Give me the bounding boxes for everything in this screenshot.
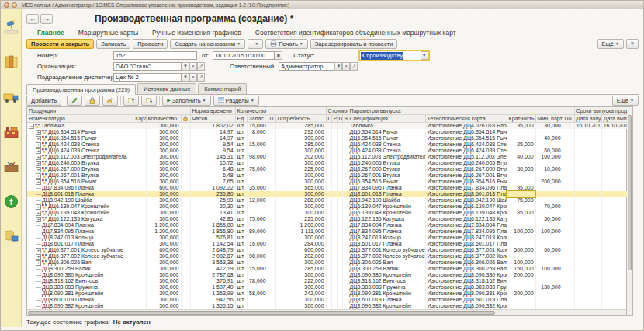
cell-p[interactable] [268,160,275,166]
table-row[interactable]: +ДЦ6.267.000 Втулка300,0006,48шт75,00022… [27,166,627,172]
cell-spec[interactable]: ДЦ8.942.190 Шайба [348,197,425,204]
cell-po[interactable] [563,129,574,135]
cell-release[interactable] [601,297,627,303]
column-header[interactable]: Р... [331,114,337,122]
cell-lock[interactable] [181,241,190,247]
cell-launch[interactable]: 16.10.2015 [574,122,601,129]
cell-stock[interactable] [247,191,268,197]
cell-release[interactable] [601,260,627,266]
cell-char[interactable] [133,129,146,135]
cell-stock[interactable]: 98,000 [247,154,268,160]
cell-spec[interactable]: ДЦ6.139.047 Кронштейн [348,204,425,210]
cell-p[interactable] [268,222,275,228]
table-row[interactable]: +ДЦ6.240.005 Втулка300,00010,72шт300,000… [27,160,627,166]
cell-po[interactable] [563,185,574,191]
cell-lock[interactable] [181,222,190,228]
cell-p2[interactable] [337,191,342,197]
back-button[interactable]: ← [26,14,39,24]
expand-icon[interactable]: + [36,130,41,135]
cell-v[interactable] [342,303,348,309]
cell-p[interactable] [268,297,275,303]
table-row[interactable]: —ДЦ8.090.382 Кронштейн300,0001 355,15шт3… [27,303,627,309]
cell-r[interactable] [331,179,337,185]
cell-lock[interactable] [181,278,190,284]
cell-launch[interactable] [574,179,601,185]
nomenclature-cell[interactable]: +ДЦ6.354.515 Рычаг [27,135,133,141]
cell-minb[interactable]: 100,000 [535,228,563,235]
cell-tech[interactable]: Изготовление ДЦ6.377.002 Колесо зубчатое [425,253,507,260]
cell-v[interactable] [342,241,348,247]
cell-char[interactable] [133,222,146,228]
cell-po[interactable] [563,204,574,210]
org-open-icon[interactable]: ↗ [197,62,205,71]
cell-stock[interactable]: 89,000 [247,228,268,235]
column-header[interactable]: Технологическая карта [425,114,507,122]
window-menu-button[interactable] [4,2,9,8]
column-header[interactable]: Характ... [133,114,146,122]
cell-unit[interactable]: шт [235,303,247,309]
cell-v[interactable] [342,291,348,297]
cell-lock[interactable] [181,272,190,278]
cell-char[interactable] [133,260,146,266]
cell-lock[interactable] [181,166,190,172]
cell-r[interactable] [331,148,337,154]
cell-mult[interactable] [507,253,535,260]
cell-v[interactable] [342,284,348,291]
cell-v[interactable] [342,272,348,278]
cell-p[interactable] [268,191,275,197]
column-header[interactable]: Часов [190,114,235,122]
cell-spec[interactable]: ДЦ8.090.381 Кронштейн [348,291,425,297]
cell-stock[interactable] [247,235,268,241]
cell-launch[interactable] [574,247,601,253]
expand-icon[interactable]: + [36,161,41,166]
cell-v[interactable] [342,260,348,266]
nomenclature-cell[interactable]: —ДЦ8.601.017 Планка [27,241,133,247]
cell-mult[interactable]: 200,000 [507,272,535,278]
cell-hours[interactable]: 10,72 [190,160,235,166]
cell-qty[interactable]: 300,000 [146,216,181,222]
cell-p2[interactable] [337,135,342,141]
table-row[interactable]: —ДЦ8.090.381 Кронштейн300,0001 353,99шт5… [27,291,627,297]
cell-char[interactable] [133,197,146,204]
cell-mult[interactable] [507,129,535,135]
cell-spec[interactable]: ДЦ8.090.382 Кронштейн [348,303,425,309]
cell-qty[interactable]: 300,000 [146,129,181,135]
cell-po[interactable] [563,172,574,179]
cell-v[interactable] [342,222,348,228]
expand-icon[interactable]: + [36,204,41,210]
cell-char[interactable] [133,135,146,141]
cell-hours[interactable]: 14,97 [190,135,235,141]
cell-release[interactable] [601,272,627,278]
cell-qty[interactable]: 300,000 [146,172,181,179]
cell-p2[interactable] [337,303,342,309]
cell-hours[interactable]: 472,19 [190,266,235,272]
cell-char[interactable] [133,148,146,154]
cell-stock[interactable] [247,247,268,253]
cell-r[interactable] [331,204,337,210]
cell-v[interactable] [342,228,348,235]
cell-qty[interactable]: 300,000 [146,210,181,216]
table-horizontal-scrollbar[interactable] [27,309,626,315]
nomenclature-cell[interactable]: —ДЦ8.247.013 Кольцо [27,235,133,241]
cell-o[interactable] [326,222,331,228]
cell-p[interactable] [268,148,275,154]
cell-o[interactable] [326,272,331,278]
cell-tech[interactable]: Изготовление ДЦ6.424.039 Стенка [425,148,507,154]
cell-o[interactable] [326,291,331,297]
cell-char[interactable] [133,272,146,278]
cell-spec[interactable]: ДЦ6.377.002 Колесо зубчатое [348,253,425,260]
tab-comment[interactable]: Комментарий [198,83,247,94]
cell-o[interactable] [326,284,331,291]
cell-need[interactable]: 225,000 [275,216,326,222]
write-button[interactable]: Записать [96,39,130,49]
cell-mult[interactable] [507,204,535,210]
table-row[interactable]: —ДЦ8.942.190 Шайба300,00025,99шт12,00028… [27,197,627,204]
cell-minb[interactable]: 30,000 [535,122,563,129]
cell-p[interactable] [268,278,275,284]
cell-spec[interactable]: ДЦ6.354.516 Рычаг [348,179,425,185]
table-row[interactable]: +ДЦ5.112.003 Электродвигатель300,000145,… [27,154,627,160]
table-row[interactable]: —ДЦ8.601.019 Планка300,000947,56шт300,00… [27,297,627,303]
cell-p2[interactable] [337,129,342,135]
cell-lock[interactable] [181,122,190,129]
table-row[interactable]: +ДЦ6.377.001 Колесо зубчатое600,0002 648… [27,247,627,253]
